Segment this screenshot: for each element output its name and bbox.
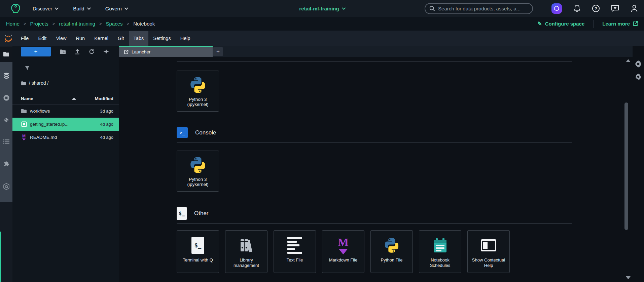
breadcrumb-home[interactable]: Home bbox=[6, 21, 20, 27]
contextual-help-icon bbox=[481, 239, 496, 251]
sort-ascending-icon[interactable] bbox=[72, 97, 76, 100]
tile-label: Show Contextual Help bbox=[468, 257, 509, 269]
menu-view[interactable]: View bbox=[51, 31, 71, 46]
menu-govern[interactable]: Govern bbox=[105, 6, 127, 11]
new-launcher-button[interactable]: + bbox=[21, 47, 51, 56]
console-icon: >_ bbox=[177, 127, 188, 138]
tile-python-file[interactable]: Python File bbox=[370, 230, 413, 273]
menu-settings[interactable]: Settings bbox=[148, 31, 175, 46]
tile-show-contextual-help[interactable]: Show Contextual Help bbox=[467, 230, 510, 273]
sagemaker-studio-window: Discover Build Govern retail-ml-training bbox=[0, 0, 644, 282]
notebook-icon bbox=[21, 121, 27, 127]
menu-edit[interactable]: Edit bbox=[33, 31, 51, 46]
kernel-subname: (ipykernel) bbox=[187, 182, 208, 187]
tab-launcher[interactable]: Launcher bbox=[119, 46, 213, 57]
python-icon bbox=[189, 76, 207, 94]
scrollbar-thumb[interactable] bbox=[624, 103, 628, 230]
running-kernels-tab[interactable] bbox=[0, 90, 12, 106]
new-tab-button[interactable]: + bbox=[213, 47, 223, 56]
menu-tabs[interactable]: Tabs bbox=[129, 31, 149, 46]
new-folder-button[interactable] bbox=[60, 49, 66, 54]
menu-kernel[interactable]: Kernel bbox=[90, 31, 113, 46]
kernel-subname: (ipykernel) bbox=[187, 102, 208, 107]
user-profile-icon[interactable] bbox=[631, 4, 638, 12]
top-navigation-bar: Discover Build Govern retail-ml-training bbox=[0, 0, 644, 17]
python-icon bbox=[384, 237, 400, 253]
property-inspector-tab[interactable] bbox=[635, 61, 642, 69]
menu-discover-label: Discover bbox=[33, 6, 52, 11]
schedule-calendar-icon bbox=[433, 238, 448, 253]
kernel-name: Python 3 bbox=[189, 177, 207, 182]
learn-more-link[interactable]: Learn more bbox=[602, 21, 638, 27]
file-row-getting-started[interactable]: getting_started.ip... 4d ago bbox=[12, 118, 119, 131]
configure-space-button[interactable]: ✎ Configure space bbox=[537, 21, 584, 27]
notebook-python3-card[interactable]: Python 3 (ipykernel) bbox=[177, 71, 219, 112]
breadcrumb-spaces[interactable]: Spaces bbox=[106, 21, 123, 27]
table-of-contents-tab[interactable] bbox=[0, 134, 12, 150]
breadcrumb-separator: > bbox=[127, 21, 130, 26]
scrollbar-down-arrow[interactable] bbox=[626, 276, 631, 279]
hexagon-icon bbox=[554, 6, 559, 11]
sagemaker-unified-studio-logo[interactable] bbox=[11, 3, 21, 14]
menu-file[interactable]: File bbox=[16, 31, 33, 46]
tile-notebook-schedules[interactable]: Notebook Schedules bbox=[419, 230, 461, 273]
amazon-q-panel-tab[interactable] bbox=[0, 179, 12, 194]
workspace: + bbox=[0, 46, 644, 282]
tile-library-management[interactable]: Library management bbox=[225, 230, 267, 273]
global-search[interactable] bbox=[425, 3, 533, 14]
file-name: README.md bbox=[30, 135, 57, 140]
column-header-name[interactable]: Name bbox=[21, 96, 33, 101]
search-input[interactable] bbox=[438, 6, 522, 11]
file-name: workflows bbox=[30, 109, 50, 114]
folder-icon bbox=[21, 109, 27, 114]
breadcrumb-project-name[interactable]: retail-ml-training bbox=[59, 21, 95, 27]
feedback-icon[interactable] bbox=[611, 5, 619, 12]
tile-terminal-with-q[interactable]: $_ Terminal with Q bbox=[177, 230, 219, 273]
git-clone-button[interactable] bbox=[103, 49, 109, 54]
tab-launcher-label: Launcher bbox=[132, 49, 150, 54]
other-section-header: $_ Other bbox=[177, 207, 209, 220]
markdown-icon: M bbox=[338, 237, 349, 254]
accent-stripe bbox=[0, 232, 1, 282]
menu-build[interactable]: Build bbox=[73, 6, 90, 11]
refresh-button[interactable] bbox=[89, 49, 95, 54]
gear-icon bbox=[635, 61, 642, 68]
data-browser-tab[interactable] bbox=[0, 68, 12, 83]
console-python3-card[interactable]: Python 3 (ipykernel) bbox=[177, 151, 219, 192]
menu-govern-label: Govern bbox=[105, 6, 122, 11]
kernel-name: Python 3 bbox=[189, 97, 207, 102]
file-browser-breadcrumb[interactable]: / shared / bbox=[21, 80, 119, 86]
chevron-down-icon bbox=[342, 6, 346, 10]
menu-run[interactable]: Run bbox=[71, 31, 90, 46]
extension-manager-tab[interactable] bbox=[0, 156, 12, 172]
file-browser-tab[interactable] bbox=[0, 46, 12, 62]
settings-tab[interactable] bbox=[635, 74, 641, 81]
tile-text-file[interactable]: Text File bbox=[274, 230, 316, 273]
breadcrumb-projects[interactable]: Projects bbox=[30, 21, 48, 27]
menu-help[interactable]: Help bbox=[176, 31, 195, 46]
refresh-icon bbox=[89, 49, 95, 54]
file-row-workflows[interactable]: workflows 3d ago bbox=[12, 105, 119, 118]
tile-markdown-file[interactable]: M Markdown File bbox=[322, 230, 364, 273]
question-mark: ? bbox=[595, 6, 597, 11]
filter-files-button[interactable] bbox=[25, 66, 30, 72]
menu-discover[interactable]: Discover bbox=[33, 6, 58, 11]
section-divider bbox=[177, 223, 572, 224]
column-header-modified[interactable]: Modified bbox=[95, 96, 114, 101]
menu-git[interactable]: Git bbox=[113, 31, 129, 46]
tile-label: Markdown File bbox=[327, 257, 360, 263]
git-tab[interactable] bbox=[0, 112, 12, 128]
q-hexagon-icon bbox=[3, 183, 10, 190]
amazon-q-icon[interactable] bbox=[551, 3, 562, 14]
chevron-down-icon bbox=[55, 6, 59, 10]
notifications-bell-icon[interactable] bbox=[573, 4, 581, 12]
project-selector[interactable]: retail-ml-training bbox=[299, 0, 345, 17]
scrollbar-up-arrow[interactable] bbox=[626, 59, 631, 62]
upload-files-button[interactable] bbox=[75, 49, 80, 54]
breadcrumb-separator: > bbox=[52, 21, 55, 26]
current-path: / shared / bbox=[29, 80, 48, 86]
topbar-action-icons: ? bbox=[551, 0, 638, 17]
file-row-readme[interactable]: M README.md 4d ago bbox=[12, 131, 119, 144]
help-icon[interactable]: ? bbox=[592, 5, 600, 12]
other-section-title: Other bbox=[194, 210, 209, 217]
